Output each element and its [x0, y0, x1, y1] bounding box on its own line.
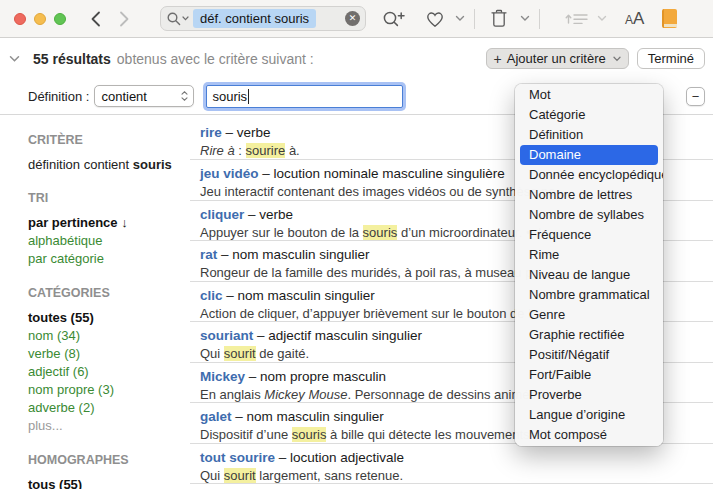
- menu-item-definition[interactable]: Définition: [515, 125, 663, 145]
- menu-item-graphie-rectifiee[interactable]: Graphie rectifiée: [515, 325, 663, 345]
- zoom-button[interactable]: [54, 13, 66, 25]
- text-caret: [248, 89, 249, 104]
- entry-category: – nom masculin singulier: [217, 247, 369, 262]
- sort-section-title: TRI: [28, 191, 190, 205]
- entry-definition: Qui sourit largement, sans retenue.: [200, 467, 713, 484]
- sidebar-link-alphabetique[interactable]: alphabétique: [28, 232, 190, 250]
- entry-headword-link[interactable]: rat: [200, 247, 217, 262]
- sort-options: par pertinence ↓alphabétiquepar catégori…: [28, 214, 190, 268]
- add-criterion-button[interactable]: + Ajouter un critère: [486, 48, 629, 69]
- criterion-type-menu: MotCatégorieDéfinitionDomaineDonnée ency…: [515, 84, 663, 446]
- homograph-filters: tous (55)souris, n. (46): [28, 476, 190, 489]
- select-stepper-icon: [181, 91, 188, 101]
- menu-item-genre[interactable]: Genre: [515, 305, 663, 325]
- sidebar-link-plus[interactable]: plus...: [28, 417, 190, 435]
- menu-item-positif-negatif[interactable]: Positif/Négatif: [515, 345, 663, 365]
- sidebar-link-tous-55[interactable]: tous (55): [28, 476, 190, 489]
- menu-item-donnee-encyclopedique[interactable]: Donnée encyclopédique: [515, 165, 663, 185]
- done-button[interactable]: Terminé: [637, 48, 705, 69]
- chevron-down-icon: [613, 56, 621, 62]
- entry-headword-link[interactable]: Mickey: [200, 369, 245, 384]
- menu-item-langue-d-origine[interactable]: Langue d’origine: [515, 405, 663, 425]
- menu-item-nombre-de-lettres[interactable]: Nombre de lettres: [515, 185, 663, 205]
- menu-item-frequence[interactable]: Fréquence: [515, 225, 663, 245]
- operator-value: contient: [101, 89, 147, 104]
- plus-icon: +: [494, 51, 502, 67]
- sidebar-link-par-categorie[interactable]: par catégorie: [28, 250, 190, 268]
- sidebar-link-nom-propre-3[interactable]: nom propre (3): [28, 381, 190, 399]
- entry-headword-link[interactable]: tout sourire: [200, 450, 275, 465]
- sidebar-link-nom-34[interactable]: nom (34): [28, 327, 190, 345]
- trash-button[interactable]: [490, 9, 508, 28]
- menu-item-categorie[interactable]: Catégorie: [515, 105, 663, 125]
- menu-item-mot[interactable]: Mot: [515, 85, 663, 105]
- chevron-down-icon: [597, 15, 607, 22]
- trash-chevron-button[interactable]: [520, 15, 530, 22]
- criterion-value-input[interactable]: souris: [206, 85, 403, 108]
- text-size-button[interactable]: A A: [625, 9, 644, 29]
- results-count: 55 résultats: [33, 51, 111, 67]
- menu-item-domaine[interactable]: Domaine: [520, 145, 658, 165]
- criterion-summary-prefix: définition contient: [28, 157, 133, 172]
- menu-item-nombre-de-syllabes[interactable]: Nombre de syllabes: [515, 205, 663, 225]
- search-options-chevron-icon[interactable]: [182, 16, 189, 21]
- done-label: Terminé: [648, 51, 694, 66]
- sidebar-link-adjectif-6[interactable]: adjectif (6): [28, 363, 190, 381]
- entry-headword-link[interactable]: cliquer: [200, 207, 244, 222]
- menu-item-niveau-de-langue[interactable]: Niveau de langue: [515, 265, 663, 285]
- list-arrow-icon: [564, 11, 589, 27]
- search-field[interactable]: déf. contient souris ✕: [160, 6, 366, 31]
- entry-row[interactable]: tout sourire – locution adjectivaleQui s…: [190, 444, 713, 485]
- menu-item-fort-faible[interactable]: Fort/Faible: [515, 365, 663, 385]
- entry-category: – adjectif masculin singulier: [253, 328, 422, 343]
- menu-item-mot-compose[interactable]: Mot composé: [515, 425, 663, 445]
- list-navigation-button[interactable]: [564, 11, 589, 27]
- search-input-text[interactable]: déf. contient souris: [193, 9, 316, 28]
- remove-criterion-button[interactable]: −: [686, 87, 705, 106]
- entry-category: – nom masculin singulier: [232, 409, 384, 424]
- entry-headword-link[interactable]: souriant: [200, 328, 253, 343]
- entry-category: – verbe: [222, 125, 271, 140]
- new-search-button[interactable]: [382, 9, 405, 29]
- search-icon[interactable]: [166, 11, 182, 27]
- entry-headword-link[interactable]: clic: [200, 288, 223, 303]
- close-button[interactable]: [14, 13, 26, 25]
- heart-icon: [425, 10, 445, 28]
- results-header: 55 résultats obtenus avec le critère sui…: [0, 39, 713, 78]
- sidebar-link-toutes-55[interactable]: toutes (55): [28, 309, 190, 327]
- back-button[interactable]: [90, 11, 101, 27]
- entry-title: tout sourire – locution adjectivale: [200, 449, 713, 466]
- text-size-small-label: A: [625, 13, 633, 27]
- favorites-chevron-button[interactable]: [455, 15, 465, 22]
- sidebar-link-verbe-8[interactable]: verbe (8): [28, 345, 190, 363]
- entry-headword-link[interactable]: rire: [200, 125, 222, 140]
- criterion-section-title: CRITÈRE: [28, 133, 190, 147]
- forward-button[interactable]: [119, 11, 130, 27]
- toolbar-separator: [474, 9, 475, 29]
- menu-item-rime[interactable]: Rime: [515, 245, 663, 265]
- list-chevron-button[interactable]: [597, 15, 607, 22]
- category-filters: toutes (55)nom (34)verbe (8)adjectif (6)…: [28, 309, 190, 435]
- entry-headword-link[interactable]: jeu vidéo: [200, 166, 259, 181]
- sidebar-link-par-pertinence[interactable]: par pertinence ↓: [28, 214, 190, 232]
- categories-section-title: CATÉGORIES: [28, 286, 190, 300]
- homographs-section-title: HOMOGRAPHES: [28, 453, 190, 467]
- menu-item-proverbe[interactable]: Proverbe: [515, 385, 663, 405]
- entry-headword-link[interactable]: galet: [200, 409, 232, 424]
- minimize-button[interactable]: [34, 13, 46, 25]
- criterion-operator-select[interactable]: contient: [94, 85, 194, 107]
- entry-category: – nom propre masculin: [245, 369, 386, 384]
- menu-item-nombre-grammatical[interactable]: Nombre grammatical: [515, 285, 663, 305]
- chevron-right-icon: [121, 12, 128, 25]
- dictionary-book-icon[interactable]: [662, 9, 677, 28]
- chevron-left-icon: [93, 12, 100, 25]
- criterion-summary-term: souris: [133, 157, 172, 172]
- entry-category: – locution nominale masculine singulière: [259, 166, 505, 181]
- favorites-button[interactable]: [425, 10, 445, 28]
- disclosure-chevron-icon: [9, 55, 20, 63]
- collapse-results-button[interactable]: [9, 55, 20, 63]
- criterion-value-text: souris: [212, 89, 247, 104]
- criterion-summary: définition contient souris: [28, 156, 190, 173]
- clear-search-icon[interactable]: ✕: [345, 11, 360, 26]
- sidebar-link-adverbe-2[interactable]: adverbe (2): [28, 399, 190, 417]
